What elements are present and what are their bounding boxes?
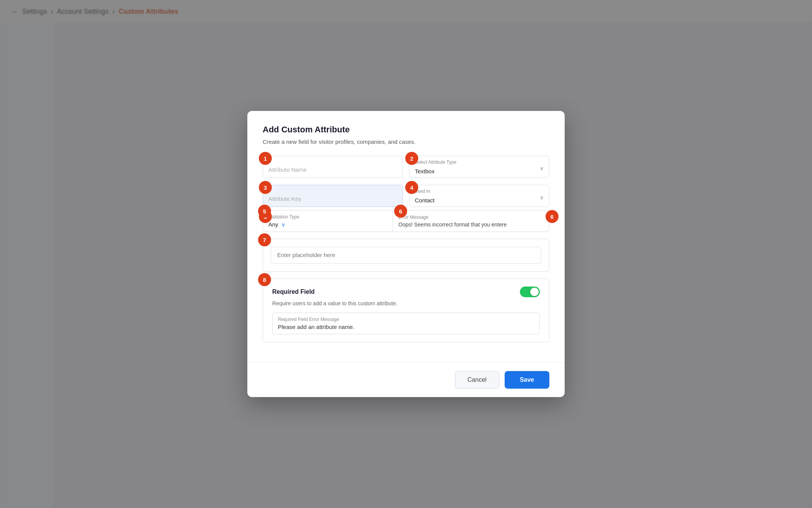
field-wrapper-1: 1: [263, 156, 403, 178]
error-message-label: Error Message: [398, 215, 544, 220]
step-badge-3: 3: [259, 181, 272, 194]
used-in-field: Used in Contact ∨: [409, 185, 549, 207]
attribute-name-input[interactable]: [263, 156, 403, 178]
field-wrapper-4: 4 Used in Contact ∨: [409, 185, 549, 207]
attribute-key-input[interactable]: [263, 185, 403, 207]
field-wrapper-2: 2 Select Attribute Type Textbox ∨: [409, 156, 549, 178]
validation-type-label: Validation Type: [268, 214, 387, 220]
modal-body: Add Custom Attribute Create a new field …: [247, 111, 565, 362]
required-header: Required Field: [272, 287, 540, 297]
attribute-type-field: Select Attribute Type Textbox ∨: [409, 156, 549, 178]
validation-combined-row: Validation Type Any ∨ Error Message 5: [263, 210, 549, 232]
required-toggle[interactable]: [520, 287, 540, 297]
required-section: Required Field Require users to add a va…: [263, 278, 549, 342]
required-field-title: Required Field: [272, 288, 315, 295]
validation-type-value: Any: [268, 221, 278, 228]
placeholder-section: [263, 239, 549, 272]
toggle-track: [520, 287, 540, 297]
error-message-input[interactable]: [398, 221, 544, 228]
required-error-label: Required Field Error Message: [278, 317, 534, 322]
validation-type-select-wrap[interactable]: Any ∨: [268, 221, 387, 228]
required-error-field: Required Field Error Message Please add …: [272, 313, 540, 334]
row-1: 1 2 Select Attribute Type Textbox ∨: [263, 156, 549, 178]
modal-subtitle: Create a new field for visitor profiles,…: [263, 138, 549, 145]
required-error-value: Please add an attribute name.: [278, 324, 534, 330]
field-wrapper-3: 3: [263, 185, 403, 207]
placeholder-inner: [271, 247, 541, 264]
modal-overlay: Add Custom Attribute Create a new field …: [0, 0, 812, 508]
add-custom-attribute-modal: Add Custom Attribute Create a new field …: [247, 111, 565, 397]
modal-title: Add Custom Attribute: [263, 125, 549, 135]
placeholder-section-wrap: 7: [263, 239, 549, 272]
attribute-type-select[interactable]: Textbox ∨: [409, 156, 549, 178]
error-message-container: Error Message: [393, 210, 549, 231]
step-badge-4: 4: [405, 181, 418, 194]
attribute-type-value: Textbox: [415, 168, 435, 174]
step-badge-7: 7: [258, 233, 271, 246]
modal-footer: Cancel Save: [247, 362, 565, 397]
row-2: 3 4 Used in Contact ∨: [263, 185, 549, 207]
step-badge-5-real: 5: [258, 205, 271, 218]
step-badge-6-real: 6: [394, 205, 407, 218]
cancel-button[interactable]: Cancel: [455, 371, 499, 389]
step-badge-2: 2: [405, 152, 418, 165]
chevron-down-icon-2: ∨: [540, 194, 544, 200]
validation-type-container: Validation Type Any ∨: [263, 210, 393, 231]
validation-chevron-icon: ∨: [281, 221, 285, 228]
used-in-value: Contact: [415, 197, 435, 204]
required-description: Require users to add a value to this cus…: [272, 300, 540, 306]
step-badge-8: 8: [258, 273, 271, 286]
chevron-down-icon: ∨: [540, 165, 544, 171]
save-button[interactable]: Save: [505, 371, 549, 389]
attribute-key-field: [263, 185, 403, 207]
attribute-name-field: [263, 156, 403, 178]
step-badge-6: 6: [546, 210, 559, 223]
used-in-select[interactable]: Contact ∨: [409, 185, 549, 207]
placeholder-input[interactable]: [277, 252, 535, 258]
toggle-thumb: [530, 288, 539, 296]
step-badge-1: 1: [259, 152, 272, 165]
required-field-wrap: Required Field Require users to add a va…: [263, 278, 549, 342]
